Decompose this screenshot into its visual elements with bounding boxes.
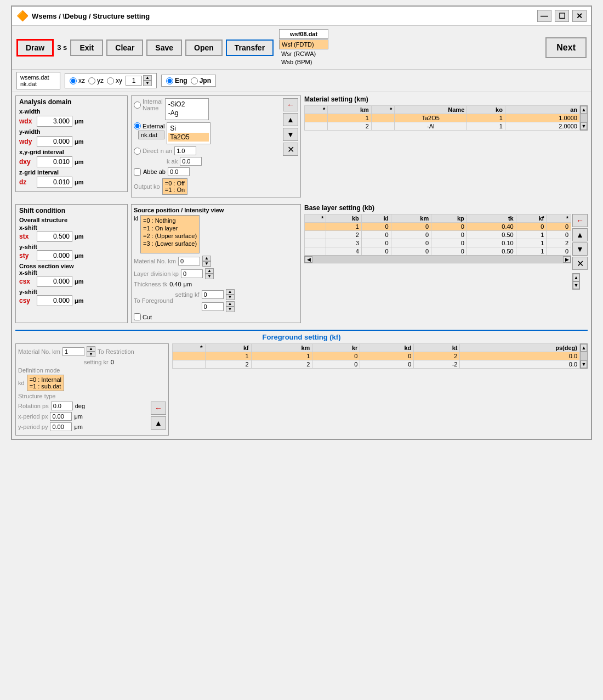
kf-vscrollbar[interactable]: ▲ ▼ [580,343,588,369]
internal-radio[interactable] [134,101,141,109]
dxy-input[interactable] [37,156,72,167]
save-button[interactable]: Save [146,39,182,56]
kb-row-4[interactable]: 4 0 0 0 0.50 1 0 [305,247,571,256]
eng-radio[interactable] [166,77,173,84]
kf-row-2[interactable]: 2 2 0 0 -2 0.0 [173,360,580,369]
wsr-rcwa[interactable]: Wsr (RCWA) [279,50,328,58]
view-list[interactable]: =0 : Nothing =1 : On layer =2 : (Upper s… [140,215,200,253]
transfer-button[interactable]: Transfer [226,39,274,56]
xy-radio-label[interactable]: xy [107,77,122,84]
jpn-radio[interactable] [191,77,198,84]
clear-button[interactable]: Clear [106,39,143,56]
source-km-input[interactable] [178,257,200,266]
next-button[interactable]: Next [545,37,587,58]
draw-button[interactable]: Draw [16,39,54,57]
external-item-2[interactable]: Ta2O5 [168,133,209,142]
wsf-fdtd[interactable]: Wsf (FDTD) [279,39,328,49]
xz-radio[interactable] [70,77,77,84]
minimize-button[interactable]: — [537,10,551,22]
output-off[interactable]: =0 : Off [165,180,185,187]
kf-val1-down[interactable]: ▼ [226,295,235,300]
km-scroll-up[interactable]: ▲ [581,106,587,114]
mat-cross-btn[interactable]: ✕ [283,143,298,156]
internal-radio-label[interactable]: InternalName [134,98,163,111]
an-input[interactable] [174,146,196,155]
fg-py-input[interactable] [50,422,72,431]
direct-radio-label[interactable]: Direct [134,148,158,155]
view-item-0[interactable]: =0 : Nothing [143,217,197,224]
kb-vscrollbar[interactable]: ▲ ▼ [572,273,580,290]
km-row-2[interactable]: 2 -Al 1 2.0000 [305,122,580,131]
kf-val2-down[interactable]: ▼ [226,307,235,312]
kb-row-3[interactable]: 3 0 0 0 0.10 1 2 [305,239,571,247]
external-radio-label[interactable]: External [134,122,164,129]
xy-spin-down[interactable]: ▼ [143,81,152,86]
fg-km-down[interactable]: ▼ [87,352,95,357]
csx-input[interactable] [37,276,72,287]
kf-val1-input[interactable] [202,290,224,299]
view-item-2[interactable]: =2 : (Upper surface) [143,232,197,240]
kf-row-1[interactable]: 1 1 0 0 2 0.0 [173,352,580,360]
mat-down-btn[interactable]: ▼ [283,128,298,141]
kb-scroll-right[interactable]: ▶ [563,256,571,263]
external-radio[interactable] [134,122,141,129]
fg-kd-0[interactable]: =0 : Internal [30,376,61,383]
mat-left-btn[interactable]: ← [283,98,298,111]
yz-radio[interactable] [88,77,95,84]
kf-val1-up[interactable]: ▲ [226,289,235,295]
view-item-3[interactable]: =3 : (Lower surface) [143,240,197,247]
kb-row-1[interactable]: 1 0 0 0 0.40 0 0 [305,223,571,231]
exit-button[interactable]: Exit [70,39,103,56]
internal-name-list[interactable]: -SiO2 -Ag [165,98,209,120]
open-button[interactable]: Open [185,39,223,56]
source-km-up[interactable]: ▲ [202,256,211,261]
yz-radio-label[interactable]: yz [88,77,104,84]
internal-item-1[interactable]: -SiO2 [167,100,207,109]
cut-checkbox[interactable] [134,313,141,320]
kb-scroll-left[interactable]: ◀ [305,256,312,263]
view-item-1[interactable]: =1 : On layer [143,224,197,232]
kb-cross-btn[interactable]: ✕ [572,257,588,270]
km-scroll-down[interactable]: ▼ [581,122,587,130]
kb-hscrollbar[interactable]: ◀ ▶ [304,256,571,263]
fg-px-input[interactable] [50,412,72,421]
maximize-button[interactable]: ☐ [555,10,569,22]
kf-val2-input[interactable] [202,302,224,311]
fg-up-btn[interactable]: ▲ [151,416,166,430]
direct-radio[interactable] [134,148,141,155]
external-item-1[interactable]: Si [168,124,209,133]
kb-vscroll-up[interactable]: ▲ [573,274,579,281]
fg-kd-box[interactable]: =0 : Internal =1 : sub.dat [27,375,64,391]
internal-item-2[interactable]: -Ag [167,109,207,117]
fg-km-input[interactable] [62,347,84,356]
output-on[interactable]: =1 : On [165,187,185,193]
kb-up-btn[interactable]: ▲ [572,228,588,241]
stx-input[interactable] [37,231,72,242]
external-list[interactable]: Si Ta2O5 [167,122,211,144]
mat-up-btn[interactable]: ▲ [283,113,298,126]
kb-vscroll-down[interactable]: ▼ [573,281,579,289]
close-button[interactable]: ✕ [572,10,587,22]
ak-input[interactable] [180,157,202,166]
kb-down-btn[interactable]: ▼ [572,242,588,256]
dz-input[interactable] [37,177,72,188]
km-scrollbar[interactable]: ▲ ▼ [580,105,588,131]
ab-input[interactable] [168,167,190,176]
kb-row-2[interactable]: 2 0 0 0 0.50 1 0 [305,231,571,239]
source-km-down[interactable]: ▼ [202,261,211,267]
fg-km-up[interactable]: ▲ [87,346,95,352]
kf-val2-up[interactable]: ▲ [226,301,235,307]
fg-kd-1[interactable]: =1 : sub.dat [30,383,61,389]
xy-radio[interactable] [107,77,114,84]
xz-radio-label[interactable]: xz [70,77,85,84]
fg-ps-input[interactable] [51,402,73,410]
wsb-bpm[interactable]: Wsb (BPM) [279,58,328,66]
kp-input[interactable] [181,269,203,278]
kf-vscroll-up[interactable]: ▲ [581,344,587,352]
sty-input[interactable] [37,250,72,261]
kp-down[interactable]: ▼ [205,274,214,279]
output-ko-box[interactable]: =0 : Off =1 : On [162,178,187,195]
abbe-checkbox[interactable] [134,168,141,176]
csy-input[interactable] [37,295,72,306]
xy-value-input[interactable] [126,76,142,86]
